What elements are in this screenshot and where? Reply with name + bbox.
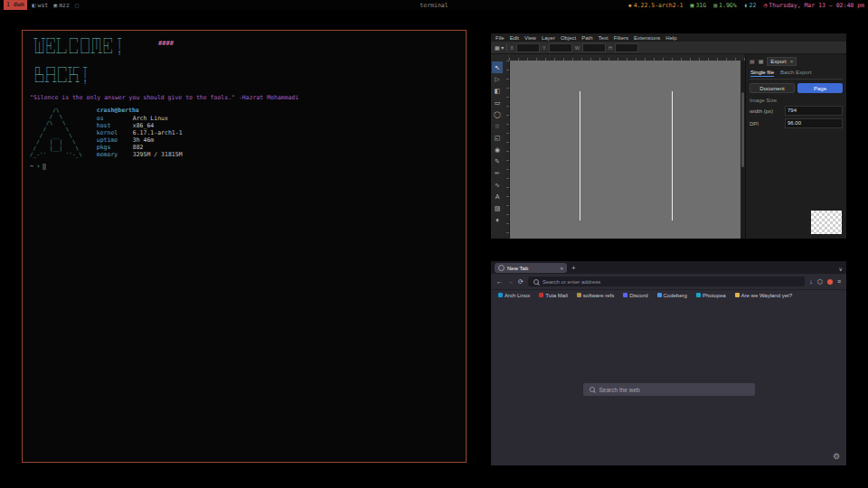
bookmark-are-we-wayland-yet[interactable]: Are we Wayland yet? <box>735 293 792 298</box>
y-field-label: Y <box>542 45 546 51</box>
tool-star-icon[interactable]: ☆ <box>492 120 503 132</box>
menu-filters[interactable]: Filters <box>611 35 631 41</box>
width-label: width (px) <box>750 108 782 114</box>
tool-selector-icon[interactable]: ↖ <box>492 61 503 73</box>
volume-text: 22 <box>750 2 757 9</box>
os-value: Arch Linux <box>133 115 168 122</box>
menu-text[interactable]: Text <box>596 35 611 41</box>
kernel-text: 4.22.5-arch2-1 <box>634 2 684 9</box>
objects-dialog-icon[interactable]: ▦ <box>759 58 764 64</box>
bookmark-photopea[interactable]: Photopea <box>696 293 726 298</box>
os-label: os <box>97 115 133 122</box>
new-tab-page: Search the web ⚙ <box>491 300 846 465</box>
tab-title: New Tab <box>507 266 557 271</box>
width-input[interactable]: 794 <box>785 106 843 116</box>
fetch-row-kernel: kernel 6.17.1-arch1-1 <box>97 129 183 136</box>
navigation-bar: ← → ⟳ Search or enter address ↓ ⬡ ≡ <box>491 274 846 290</box>
profile-icon[interactable] <box>827 279 833 285</box>
inkscape-toolbar: ▦ ▾ X Y W H <box>491 42 846 54</box>
bookmark-discord[interactable]: Discord <box>623 293 647 298</box>
discord-favicon <box>623 293 627 297</box>
browser-tab[interactable]: New Tab × <box>495 263 567 273</box>
memory-icon: ▥ <box>713 2 717 9</box>
settings-gear-icon[interactable]: ⚙ <box>833 452 840 461</box>
bookmark-label: Arch Linux <box>505 293 530 298</box>
pkgs-label: pkgs <box>97 144 133 151</box>
w-field-input[interactable] <box>582 43 606 52</box>
y-field-input[interactable] <box>549 43 572 52</box>
export-tab[interactable]: Export × <box>767 57 797 66</box>
tab-single-file[interactable]: Single file <box>750 70 774 77</box>
tool-calligraphy-icon[interactable]: ∿ <box>492 179 503 191</box>
close-tab-icon[interactable]: × <box>560 266 563 271</box>
tool-rectangle-icon[interactable]: ▭ <box>492 97 503 108</box>
layout-symbol-icon[interactable]: □ <box>75 2 79 9</box>
menu-help[interactable]: Help <box>663 35 679 41</box>
extensions-icon[interactable]: ⬡ <box>817 278 823 286</box>
kernel-icon: ◆ <box>628 2 632 9</box>
back-button[interactable]: ← <box>496 278 503 285</box>
page-button[interactable]: Page <box>797 83 843 93</box>
bookmark-arch-linux[interactable]: Arch Linux <box>498 293 530 298</box>
tool-node-editor-icon[interactable]: ▷ <box>492 73 503 85</box>
w-field-label: W <box>575 45 580 51</box>
bookmark-software-refs[interactable]: software refs <box>577 293 614 298</box>
tool-dropper-icon[interactable]: ▾ <box>492 214 503 226</box>
export-mode-tabs: Single file Batch Export <box>750 69 843 80</box>
menu-icon[interactable]: ≡ <box>837 278 841 285</box>
new-tab-button[interactable]: + <box>571 264 576 272</box>
tool-gradient-icon[interactable]: ▨ <box>492 202 503 214</box>
close-panel-icon[interactable]: × <box>790 59 794 64</box>
tab-batch-export[interactable]: Batch Export <box>780 70 811 77</box>
ascii-banner: ┬ ┬┌─┐┬ ┌─┐┌─┐┌┬┐┌─┐ ┬ │││├┤ │ │ │ ││││├… <box>30 35 121 86</box>
layers-dialog-icon[interactable]: ▤ <box>750 58 755 64</box>
dpi-row: DPI 96.00 <box>750 118 843 128</box>
terminal-window[interactable]: ┬ ┬┌─┐┬ ┌─┐┌─┐┌┬┐┌─┐ ┬ │││├┤ │ │ │ ││││├… <box>22 30 467 463</box>
h-field-input[interactable] <box>615 43 638 52</box>
inkscape-window[interactable]: File Edit View Layer Object Path Text Fi… <box>491 33 846 239</box>
horizontal-ruler-row <box>491 54 745 61</box>
list-tabs-icon[interactable]: ∨ <box>839 266 843 272</box>
menu-layer[interactable]: Layer <box>539 35 558 41</box>
tool-shape-builder-icon[interactable]: ◧ <box>492 85 503 97</box>
export-preview-checker <box>811 211 842 234</box>
url-bar[interactable]: Search or enter address <box>528 277 805 286</box>
tool-spiral-icon[interactable]: ◉ <box>492 144 503 155</box>
reload-button[interactable]: ⟳ <box>518 278 524 286</box>
bookmark-label: Photopea <box>703 293 726 298</box>
x-field-input[interactable] <box>516 43 540 52</box>
memory-module: ▥ 1.9G% <box>713 2 737 9</box>
globe-icon <box>498 265 505 271</box>
search-placeholder: Search the web <box>599 387 640 393</box>
tool-box3d-icon[interactable]: ◱ <box>492 132 503 144</box>
tool-ellipse-icon[interactable]: ◯ <box>492 108 503 120</box>
web-search-input[interactable]: Search the web <box>583 383 755 396</box>
statusbar-item-wst[interactable]: ◧ wst <box>33 2 49 9</box>
downloads-icon[interactable]: ↓ <box>809 278 813 285</box>
bookmark-tuta-mail[interactable]: Tuta Mail <box>539 293 567 298</box>
tool-pen-icon[interactable]: ✏ <box>492 167 503 179</box>
menu-extensions[interactable]: Extensions <box>631 35 663 41</box>
bookmark-label: Tuta Mail <box>545 293 567 298</box>
menu-object[interactable]: Object <box>558 35 579 41</box>
layout-mzz-label: mzz <box>59 2 70 9</box>
tool-text-icon[interactable]: A <box>492 191 503 202</box>
scrollbar-thumb[interactable] <box>741 92 744 167</box>
inkscape-canvas[interactable] <box>510 61 741 239</box>
photopea-favicon <box>696 293 701 297</box>
volume-module: ◖ 22 <box>744 2 757 9</box>
browser-window[interactable]: New Tab × + ∨ ← → ⟳ Search or enter addr… <box>491 261 846 465</box>
document-button[interactable]: Document <box>750 83 795 93</box>
menu-path[interactable]: Path <box>579 35 595 41</box>
workspace-tag[interactable]: 1 dwm <box>4 0 27 10</box>
dpi-input[interactable]: 96.00 <box>785 118 843 128</box>
menu-edit[interactable]: Edit <box>507 35 522 41</box>
statusbar-item-mzz[interactable]: ▣ mzz <box>53 2 70 9</box>
bookmark-codeberg[interactable]: Codeberg <box>657 293 687 298</box>
snap-dropdown-icon[interactable]: ▦ ▾ <box>495 44 504 51</box>
forward-button[interactable]: → <box>507 278 514 285</box>
tool-pencil-icon[interactable]: ✎ <box>492 155 503 167</box>
shell-prompt[interactable]: ~ › <box>30 163 46 170</box>
menu-view[interactable]: View <box>522 35 539 41</box>
menu-file[interactable]: File <box>493 35 507 41</box>
